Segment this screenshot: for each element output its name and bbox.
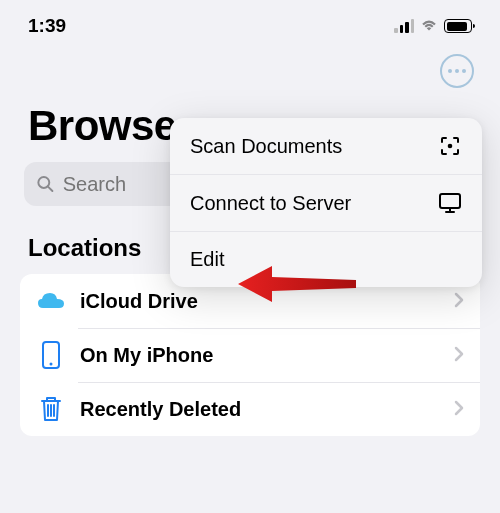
location-item-iphone[interactable]: On My iPhone xyxy=(20,328,480,382)
menu-item-label: Scan Documents xyxy=(190,135,342,158)
cellular-signal-icon xyxy=(394,19,414,33)
monitor-icon xyxy=(438,191,462,215)
menu-item-edit[interactable]: Edit xyxy=(170,232,482,287)
svg-point-3 xyxy=(50,363,53,366)
search-icon xyxy=(36,174,55,194)
scan-icon xyxy=(438,134,462,158)
chevron-right-icon xyxy=(454,289,464,313)
menu-item-label: Connect to Server xyxy=(190,192,351,215)
location-label: On My iPhone xyxy=(80,344,440,367)
location-label: Recently Deleted xyxy=(80,398,440,421)
locations-list: iCloud Drive On My iPhone Recently Delet… xyxy=(20,274,480,436)
status-bar: 1:39 xyxy=(0,0,500,48)
menu-item-scan-documents[interactable]: Scan Documents xyxy=(170,118,482,175)
status-icons xyxy=(394,19,472,33)
context-menu: Scan Documents Connect to Server Edit xyxy=(170,118,482,287)
svg-line-1 xyxy=(48,186,53,191)
chevron-right-icon xyxy=(454,343,464,367)
svg-rect-5 xyxy=(440,194,460,208)
cloud-icon xyxy=(36,286,66,316)
status-time: 1:39 xyxy=(28,15,66,37)
location-label: iCloud Drive xyxy=(80,290,440,313)
phone-icon xyxy=(36,340,66,370)
menu-item-connect-server[interactable]: Connect to Server xyxy=(170,175,482,232)
more-button[interactable] xyxy=(440,54,474,88)
svg-point-4 xyxy=(448,144,453,149)
trash-icon xyxy=(36,394,66,424)
chevron-right-icon xyxy=(454,397,464,421)
location-item-trash[interactable]: Recently Deleted xyxy=(20,382,480,436)
battery-icon xyxy=(444,19,472,33)
wifi-icon xyxy=(420,19,438,33)
menu-item-label: Edit xyxy=(190,248,224,271)
